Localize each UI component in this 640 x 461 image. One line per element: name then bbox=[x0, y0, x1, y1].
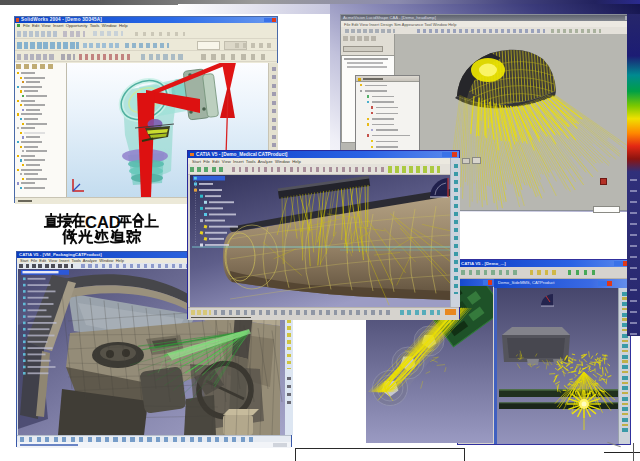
svg-text:CAD: CAD bbox=[85, 213, 121, 231]
